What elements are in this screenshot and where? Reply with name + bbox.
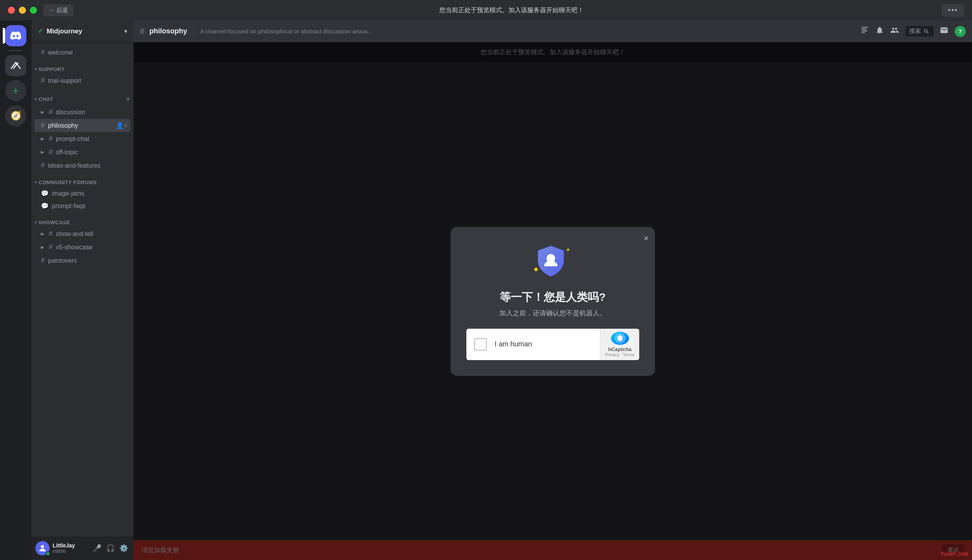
channel-header-description: A channel focused on philosophical or ab…: [200, 28, 856, 35]
server-header[interactable]: ✓ Midjourney ▾: [31, 20, 134, 42]
shield-container: ✦ ✦: [533, 243, 572, 282]
svg-rect-4: [862, 32, 865, 33]
minimize-traffic-light[interactable]: [19, 7, 26, 14]
svg-rect-2: [862, 29, 867, 29]
close-traffic-light[interactable]: [8, 7, 15, 14]
server-icon-discord[interactable]: [5, 25, 26, 46]
captcha-label: I am human: [495, 340, 532, 348]
channel-name: v5-showcase: [56, 244, 127, 251]
sparkle-icon-bottom: ✦: [532, 265, 539, 275]
channel-item-v5-showcase[interactable]: ▶ # v5-showcase: [35, 241, 130, 254]
chat-area: 您当前正处于预览模式。加入该服务器开始聊天吧！ 消息加载失败 重试 × ✦ ✦: [134, 42, 972, 560]
user-name: LittleJay: [53, 542, 88, 549]
modal-close-button[interactable]: ×: [644, 233, 649, 243]
channel-arrow-icon: ▶: [41, 136, 46, 141]
notification-icon-button[interactable]: [875, 26, 884, 37]
channel-name: trial-support: [48, 77, 127, 84]
server-icon-midjourney[interactable]: [5, 55, 26, 76]
svg-point-0: [41, 545, 44, 548]
traffic-lights: [8, 7, 37, 14]
forum-icon: 💬: [41, 202, 49, 210]
channel-item-prompt-faqs[interactable]: 💬 prompt-faqs: [35, 200, 130, 212]
channel-item-prompt-chat[interactable]: ▶ # prompt-chat: [35, 132, 130, 145]
channel-arrow-icon: ▶: [41, 245, 46, 250]
thread-icon-button[interactable]: [860, 26, 869, 37]
modal-overlay: × ✦ ✦: [134, 42, 972, 560]
category-label: SHOWCASE: [39, 220, 70, 225]
channel-name: prompt-faqs: [52, 203, 127, 210]
channel-name: welcome: [48, 49, 127, 56]
server-name: ✓ Midjourney: [38, 27, 82, 35]
main-content: # philosophy A channel focused on philos…: [134, 20, 972, 560]
channel-item-trial-support[interactable]: # trial-support: [35, 74, 130, 87]
titlebar: ← 后退 您当前正处于预览模式。加入该服务器开始聊天吧！ •••: [0, 0, 972, 20]
channel-arrow-icon: ▶: [41, 110, 46, 115]
category-label-chat: CHAT: [39, 96, 53, 102]
category-showcase[interactable]: ▾ SHOWCASE: [31, 212, 134, 227]
channel-item-paintovers[interactable]: # paintovers: [35, 254, 130, 267]
search-bar[interactable]: 搜索: [905, 26, 933, 37]
help-icon-button[interactable]: ?: [955, 26, 966, 37]
modal-subtitle: 加入之前，还请确认您不是机器人。: [499, 309, 606, 318]
channel-header-name: philosophy: [149, 27, 187, 35]
channel-name: paintovers: [48, 257, 127, 264]
channel-name: off-topic: [56, 149, 127, 156]
settings-button[interactable]: ⚙️: [118, 542, 130, 554]
category-label: COMMUNITY FORUMS: [39, 179, 97, 185]
maximize-traffic-light[interactable]: [30, 7, 37, 14]
channel-item-ideas-and-features[interactable]: # ideas-and-features: [35, 159, 130, 172]
channel-item-image-jams[interactable]: 💬 image-jams: [35, 187, 130, 199]
user-controls: 🎤 🎧 ⚙️: [91, 542, 130, 554]
captcha-checkbox[interactable]: [474, 338, 487, 351]
category-add-icon[interactable]: +: [126, 95, 130, 104]
server-divider: [9, 50, 23, 51]
microphone-button[interactable]: 🎤: [91, 542, 103, 554]
channel-item-welcome[interactable]: # welcome: [35, 46, 130, 59]
svg-rect-3: [862, 30, 867, 31]
hash-icon: #: [41, 161, 45, 170]
back-button[interactable]: ← 后退: [43, 4, 73, 16]
category-support[interactable]: ▾ SUPPORT: [31, 59, 134, 74]
server-icon-explore[interactable]: 🧭: [5, 105, 26, 126]
channel-item-show-and-tell[interactable]: ▶ # show-and-tell: [35, 227, 130, 240]
channel-list: # welcome ▾ SUPPORT # trial-support ▾ CH…: [31, 42, 134, 536]
user-bar: LittleJay #9896 🎤 🎧 ⚙️: [31, 536, 134, 560]
channel-name: philosophy: [48, 122, 113, 129]
channel-arrow-icon: ▶: [41, 231, 46, 236]
headset-button[interactable]: 🎧: [105, 542, 116, 554]
channel-header-hash-icon: #: [140, 26, 145, 37]
user-status-indicator: [46, 551, 50, 556]
channel-arrow-icon: ▶: [41, 150, 46, 155]
members-icon-button[interactable]: [890, 26, 899, 37]
sparkle-icon-top: ✦: [566, 247, 570, 253]
captcha-box[interactable]: I am human hCaptcha Privacy · Terms: [466, 329, 639, 360]
category-label: SUPPORT: [39, 66, 64, 72]
active-indicator: [3, 28, 5, 44]
channel-name: ideas-and-features: [48, 162, 127, 169]
svg-rect-1: [862, 27, 868, 27]
titlebar-preview-text: 您当前正处于预览模式。加入该服务器开始聊天吧！: [81, 6, 942, 15]
hash-icon: #: [41, 48, 45, 57]
channel-item-philosophy[interactable]: # philosophy 👤+: [35, 119, 130, 132]
category-community-forums[interactable]: ▾ COMMUNITY FORUMS: [31, 172, 134, 187]
titlebar-ellipsis-button[interactable]: •••: [942, 4, 964, 17]
user-avatar[interactable]: [35, 541, 50, 555]
modal-title: 等一下！您是人类吗?: [500, 290, 605, 305]
category-arrow: ▾: [35, 97, 37, 102]
channel-item-off-topic[interactable]: ▶ # off-topic: [35, 146, 130, 159]
captcha-left: I am human: [466, 338, 600, 351]
modal-shield: ✦ ✦: [533, 243, 572, 282]
server-icon-add[interactable]: +: [5, 80, 26, 101]
hash-icon: #: [41, 256, 45, 265]
channel-name: discussion: [56, 109, 127, 116]
user-add-icon: 👤+: [116, 122, 127, 129]
channel-name: prompt-chat: [56, 135, 127, 143]
hcaptcha-logo: [611, 332, 629, 345]
inbox-icon-button[interactable]: [940, 26, 948, 37]
category-arrow: ▾: [35, 220, 37, 225]
hash-icon: #: [49, 230, 53, 238]
channel-header: # philosophy A channel focused on philos…: [134, 20, 972, 42]
search-placeholder: 搜索: [909, 27, 921, 35]
channel-item-discussion[interactable]: ▶ # discussion: [35, 106, 130, 119]
category-chat[interactable]: ▾ CHAT +: [31, 88, 134, 105]
